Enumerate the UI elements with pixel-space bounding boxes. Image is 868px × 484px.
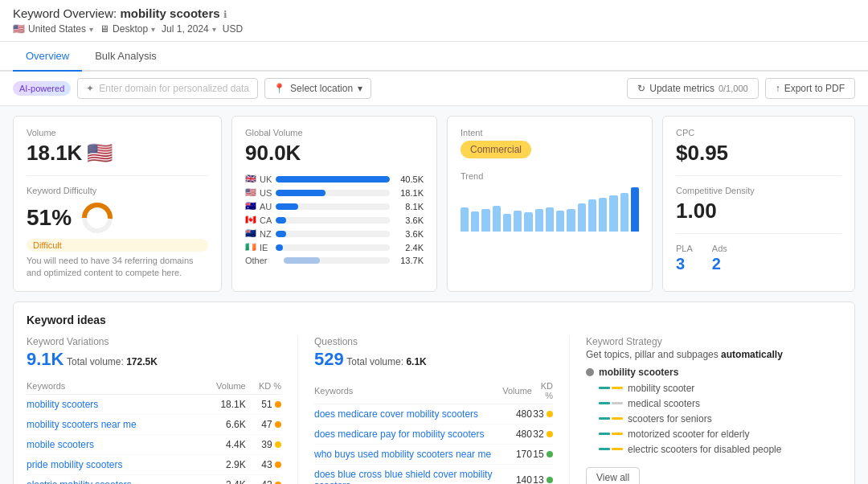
cpc-competitive-card: CPC $0.95 Competitive Density 1.00 PLA 3… bbox=[662, 116, 855, 292]
domain-input[interactable]: ✦ Enter domain for personalized data bbox=[77, 78, 258, 99]
keyword-link[interactable]: mobility scooters near me bbox=[27, 419, 137, 430]
date-filter[interactable]: Jul 1, 2024 ▾ bbox=[162, 23, 216, 35]
kd-dot bbox=[547, 431, 553, 437]
download-icon: ↑ bbox=[776, 83, 780, 94]
tree-child-item: motorized scooter for elderly bbox=[599, 429, 841, 440]
keyword-link[interactable]: mobile scooters bbox=[27, 439, 94, 450]
us-flag: 🇺🇸 bbox=[13, 23, 25, 35]
ai-badge: AI-powered bbox=[13, 81, 71, 96]
volume-label: Volume bbox=[27, 128, 208, 137]
tree-lines bbox=[599, 448, 623, 450]
table-row: electric mobility scooters 2.4K 42 bbox=[27, 474, 281, 484]
cards-row: Volume 18.1K 🇺🇸 Keyword Difficulty 51% D… bbox=[13, 116, 855, 292]
competitive-density-value: 1.00 bbox=[676, 199, 841, 224]
bar-row-other: Other 13.7K bbox=[245, 256, 424, 265]
tree-lines bbox=[599, 387, 623, 389]
kd-donut-chart bbox=[80, 200, 115, 236]
strategy-col: Keyword Strategy Get topics, pillar and … bbox=[570, 336, 841, 484]
view-all-strategy-button[interactable]: View all bbox=[586, 467, 640, 484]
questions-title: Questions bbox=[314, 336, 553, 347]
kd-dot bbox=[547, 477, 553, 483]
tree-child-label: mobility scooter bbox=[628, 383, 694, 394]
trend-bar bbox=[588, 199, 596, 232]
ideas-grid: Keyword Variations 9.1K Total volume: 17… bbox=[27, 336, 841, 484]
chevron-down-icon: ▾ bbox=[358, 83, 362, 94]
trend-bar bbox=[493, 206, 501, 232]
update-metrics-button[interactable]: ↻ Update metrics 0/1,000 bbox=[627, 78, 758, 99]
intent-trend-card: Intent Commercial Trend bbox=[447, 116, 653, 292]
keyword-ideas-section: Keyword ideas Keyword Variations 9.1K To… bbox=[13, 301, 855, 484]
bar-row-uk: 🇬🇧UK 40.5K bbox=[245, 174, 424, 184]
tree-line bbox=[599, 402, 610, 404]
table-row: mobility scooters near me 6.6K 47 bbox=[27, 414, 281, 434]
table-row: mobile scooters 4.4K 39 bbox=[27, 434, 281, 454]
keyword-link[interactable]: mobility scooters bbox=[27, 399, 98, 410]
keyword-link[interactable]: does medicare cover mobility scooters bbox=[314, 408, 478, 420]
variations-count: 9.1K bbox=[27, 349, 63, 369]
info-icon[interactable]: ℹ bbox=[223, 9, 227, 20]
export-pdf-button[interactable]: ↑ Export to PDF bbox=[765, 78, 855, 99]
intent-badge: Commercial bbox=[461, 141, 531, 158]
currency-filter: USD bbox=[223, 23, 243, 35]
tree-children: mobility scooter medical scooters scoote… bbox=[599, 383, 841, 455]
ads-value: 2 bbox=[712, 255, 727, 273]
trend-bar bbox=[620, 193, 628, 232]
country-filter[interactable]: 🇺🇸 United States ▾ bbox=[13, 23, 93, 35]
keyword-link[interactable]: does medicare pay for mobility scooters bbox=[314, 429, 484, 440]
tree-child-label: motorized scooter for elderly bbox=[628, 429, 749, 440]
table-row: pride mobility scooters 2.9K 43 bbox=[27, 454, 281, 474]
variations-col: Keyword Variations 9.1K Total volume: 17… bbox=[27, 336, 298, 484]
device-filter[interactable]: 🖥 Desktop ▾ bbox=[100, 23, 155, 35]
keyword-link[interactable]: pride mobility scooters bbox=[27, 459, 122, 470]
keyword-link[interactable]: electric mobility scooters bbox=[27, 479, 132, 484]
tree-child-label: medical scooters bbox=[628, 398, 700, 409]
questions-count: 529 bbox=[314, 349, 344, 369]
tree-line bbox=[612, 433, 623, 435]
trend-bar bbox=[524, 212, 532, 232]
questions-col: Questions 529 Total volume: 6.1K Keyword… bbox=[298, 336, 570, 484]
tree-root-dot bbox=[586, 368, 594, 376]
trend-bar bbox=[503, 214, 511, 232]
location-select[interactable]: 📍 Select location ▾ bbox=[264, 78, 371, 99]
trend-chart bbox=[461, 187, 639, 232]
location-icon: 📍 bbox=[273, 83, 285, 94]
trend-bar bbox=[578, 203, 586, 232]
tree-line bbox=[599, 417, 610, 420]
global-volume-card: Global Volume 90.0K 🇬🇧UK 40.5K 🇺🇸US 18.1… bbox=[231, 116, 437, 292]
filters-row: 🇺🇸 United States ▾ 🖥 Desktop ▾ Jul 1, 20… bbox=[13, 23, 855, 35]
refresh-icon: ↻ bbox=[637, 83, 645, 94]
pla-ads-row: PLA 3 Ads 2 bbox=[676, 244, 841, 273]
variations-table: Keywords Volume KD % mobility scooters 1… bbox=[27, 378, 281, 484]
kd-percent: 51% bbox=[27, 205, 72, 231]
tree-line bbox=[612, 417, 623, 420]
trend-bar bbox=[546, 207, 554, 232]
page-title: Keyword Overview: mobility scooters ℹ bbox=[13, 6, 855, 20]
table-row: does medicare pay for mobility scooters … bbox=[314, 424, 553, 444]
trend-bar bbox=[471, 211, 479, 232]
table-row: does blue cross blue shield cover mobili… bbox=[314, 464, 553, 484]
pla-item: PLA 3 bbox=[676, 244, 693, 273]
tree-line bbox=[599, 448, 610, 450]
right-tools: ↻ Update metrics 0/1,000 ↑ Export to PDF bbox=[627, 78, 855, 99]
volume-value: 18.1K 🇺🇸 bbox=[27, 141, 208, 166]
trend-label: Trend bbox=[461, 171, 639, 181]
trend-bar bbox=[514, 211, 522, 232]
intent-label: Intent bbox=[461, 128, 639, 137]
questions-table: Keywords Volume KD % does medicare cover… bbox=[314, 378, 553, 484]
kd-description: You will need to have 34 referring domai… bbox=[27, 255, 208, 280]
tab-overview[interactable]: Overview bbox=[13, 42, 82, 72]
keyword-link[interactable]: who buys used mobility scooters near me bbox=[314, 449, 491, 460]
variations-total: Total volume: 172.5K bbox=[67, 356, 158, 367]
sparkle-icon: ✦ bbox=[86, 83, 94, 94]
tree-line bbox=[612, 448, 623, 450]
cpc-value: $0.95 bbox=[676, 141, 841, 166]
table-row: does medicare cover mobility scooters 48… bbox=[314, 404, 553, 424]
volume-kd-card: Volume 18.1K 🇺🇸 Keyword Difficulty 51% D… bbox=[13, 116, 222, 292]
tabs-row: Overview Bulk Analysis bbox=[0, 42, 868, 72]
table-row: mobility scooters 18.1K 51 bbox=[27, 394, 281, 414]
keyword-link[interactable]: does blue cross blue shield cover mobili… bbox=[314, 469, 492, 484]
tab-bulk-analysis[interactable]: Bulk Analysis bbox=[82, 42, 170, 72]
pla-value: 3 bbox=[676, 255, 693, 273]
tree-root: mobility scooters bbox=[586, 367, 841, 378]
toolbar: AI-powered ✦ Enter domain for personaliz… bbox=[0, 72, 868, 106]
